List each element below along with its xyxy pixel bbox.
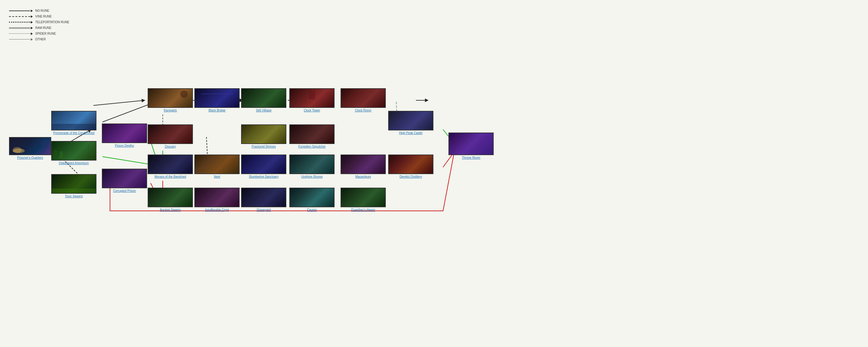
node-cavern[interactable]: Cavern [289, 188, 335, 212]
node-ramparts[interactable]: Ramparts [148, 88, 193, 112]
legend-item-teleportation-rune: TELEPORTATION RUNE [9, 21, 69, 24]
node-ossuary[interactable]: Ossuary [148, 124, 193, 148]
node-black-bridge[interactable]: Black Bridge [194, 88, 240, 112]
legend-item-no-rune: NO RUNE [9, 9, 69, 12]
node-stilt-village[interactable]: Stilt Villiage [241, 88, 286, 112]
node-prison-depths[interactable]: Prison Depths [102, 124, 147, 147]
node-slumbering[interactable]: Slumbering Sanctuary [241, 155, 286, 178]
node-toxic-sewers[interactable]: Toxic Sewers [51, 174, 96, 198]
node-throne-room[interactable]: Throne Room [448, 132, 494, 159]
node-mausoleum[interactable]: Mausoleum [341, 155, 386, 178]
node-derelict-distillery[interactable]: Derelict Distillery [388, 155, 433, 178]
legend: NO RUNE VINE RUNE TELEPORTATION RUNE RAM… [9, 9, 69, 41]
node-corrupted-prison[interactable]: Corrupted Prison [102, 169, 147, 192]
legend-item-spider-rune: SPIDER RUNE [9, 32, 69, 35]
legend-item-vine-rune: VINE RUNE [9, 15, 69, 18]
node-graveyard[interactable]: Graveyard [241, 188, 286, 212]
node-high-peak[interactable]: High Peak Castle [388, 111, 433, 135]
legend-item-ram-rune: RAM RUNE [9, 26, 69, 30]
node-forgotten-sepulcher[interactable]: Forgotten Sepulcher [289, 124, 335, 148]
node-clock-room[interactable]: Clock Room [341, 88, 386, 112]
node-nest[interactable]: Nest [194, 155, 240, 178]
svg-line-25 [93, 100, 145, 105]
node-insufferable-crypt[interactable]: Insufferable Crypt [194, 188, 240, 212]
node-dilapidated[interactable]: Dilapidated Arboretum [51, 141, 96, 165]
node-promenade[interactable]: Promenade of the Condemned [51, 111, 96, 135]
node-guardians-haven[interactable]: Guardian's Haven [341, 188, 386, 212]
node-ancient-sewers[interactable]: Ancient Sewers [148, 188, 193, 212]
node-fractured-shrines[interactable]: Fractured Shrines [241, 124, 286, 148]
legend-item-other: OTHER [9, 38, 69, 41]
node-morass[interactable]: Morass of the Banished [148, 155, 193, 178]
node-undying-shores[interactable]: Undying Shores [289, 155, 335, 178]
node-prisoners-quarters[interactable]: Prisoner's Quarters [9, 137, 51, 159]
node-clock-tower[interactable]: Clock Tower [289, 88, 335, 112]
